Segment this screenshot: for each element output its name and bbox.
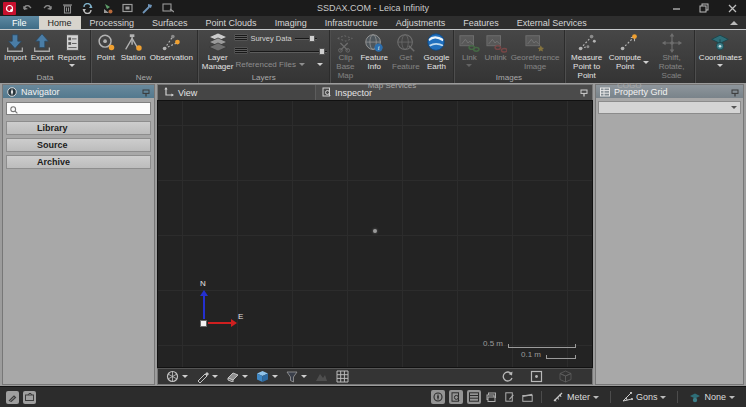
new-station-button[interactable]: Station (119, 31, 148, 63)
redo-icon[interactable] (41, 2, 54, 15)
unlink-image-button[interactable]: Unlink (482, 31, 508, 63)
navigator-section-archive[interactable]: Archive (6, 155, 151, 169)
navigator-section-source[interactable]: Source (6, 138, 151, 152)
new-point-button[interactable]: Point (93, 31, 119, 63)
ribbon-group-layers: Layer Manager Survey Data Referenced Fil… (198, 30, 331, 83)
unlink-image-icon (485, 32, 507, 54)
layers-more-dropdown-icon[interactable] (317, 63, 323, 66)
compute-point-button[interactable]: Compute Point (607, 31, 651, 72)
export-button[interactable]: Export (29, 31, 56, 63)
coordinates-button[interactable]: Coordinates (697, 31, 744, 67)
close-icon[interactable] (726, 3, 738, 14)
georeference-image-icon (524, 32, 546, 54)
new-observation-button[interactable]: Observation (148, 31, 195, 63)
property-object-selector[interactable] (598, 101, 741, 114)
tab-view[interactable]: View (158, 85, 316, 100)
process-icon[interactable] (101, 2, 114, 15)
layer2-opacity-slider[interactable] (250, 47, 327, 55)
reports-icon (62, 32, 82, 54)
toggle-report-button[interactable] (503, 390, 517, 404)
restore-icon[interactable] (698, 3, 710, 14)
link-image-button[interactable]: Link (456, 31, 482, 67)
delete-icon[interactable] (61, 2, 74, 15)
georeference-image-button[interactable]: Georeference Image (509, 31, 562, 72)
clip-base-map-button[interactable]: Clip Base Map (332, 31, 358, 81)
tab-point-clouds[interactable]: Point Clouds (197, 16, 266, 29)
coordinates-icon (708, 32, 732, 54)
google-earth-button[interactable]: Google Earth (422, 31, 452, 72)
tab-surfaces[interactable]: Surfaces (143, 16, 197, 29)
link-dropdown-icon[interactable] (466, 64, 472, 67)
edit-mode-button[interactable] (6, 391, 19, 404)
distance-unit-dropdown-icon (593, 396, 599, 399)
tab-imaging[interactable]: Imaging (266, 16, 316, 29)
layer1-label: Survey Data (250, 34, 291, 43)
camera-icon (25, 393, 34, 401)
tab-home[interactable]: Home (39, 16, 81, 29)
navigator-header[interactable]: Navigator (3, 85, 154, 98)
feature-info-button[interactable]: i Feature Info (358, 31, 390, 72)
snapshot-icon[interactable] (121, 2, 134, 15)
grid-toggle-button[interactable] (334, 369, 351, 384)
tools-icon[interactable] (141, 2, 154, 15)
layer-manager-button[interactable]: Layer Manager (200, 31, 236, 72)
inspector-icon (322, 87, 331, 99)
eraser-tool-button[interactable] (224, 369, 250, 384)
tab-file[interactable]: File (0, 16, 39, 29)
new-window-icon[interactable] (161, 2, 174, 15)
google-earth-icon (425, 32, 447, 54)
tab-processing[interactable]: Processing (81, 16, 144, 29)
tab-external-services[interactable]: External Services (508, 16, 596, 29)
toggle-media-button[interactable] (521, 390, 535, 404)
navigator-panel: Navigator Library Source Archive (2, 84, 155, 385)
3d-navigation-button[interactable] (557, 369, 574, 384)
shift-rotate-scale-button[interactable]: Shift, Rotate, Scale (651, 31, 692, 81)
tab-adjustments[interactable]: Adjustments (387, 16, 455, 29)
property-grid-panel: Property Grid (595, 84, 744, 385)
map-canvas[interactable]: N E 0.5 m 0.1 m (157, 100, 593, 368)
distance-unit-selector[interactable]: Meter (548, 392, 604, 402)
cube-view-button[interactable] (254, 369, 280, 384)
navigator-section-library[interactable]: Library (6, 121, 151, 135)
rotate-reset-icon (501, 370, 514, 383)
toggle-property-grid-button[interactable] (467, 390, 481, 404)
referenced-files-dropdown-icon[interactable] (299, 63, 305, 66)
view-style-button[interactable] (164, 369, 190, 384)
coordinate-system-selector[interactable]: None (684, 392, 740, 403)
sync-icon[interactable] (81, 2, 94, 15)
surface-display-button[interactable] (313, 369, 330, 384)
toggle-navigator-button[interactable] (431, 390, 445, 404)
app-logo-icon[interactable] (3, 2, 16, 15)
reset-rotation-button[interactable] (499, 369, 516, 384)
draw-tool-button[interactable] (194, 369, 220, 384)
angle-unit-selector[interactable]: Gons (617, 392, 672, 402)
compute-point-dropdown-icon[interactable] (643, 61, 649, 64)
layer1-opacity-slider[interactable] (295, 34, 317, 42)
zoom-extents-button[interactable] (528, 369, 545, 384)
group-label-cogo: COGO (567, 81, 692, 91)
import-button[interactable]: Import (2, 31, 29, 63)
toggle-inspector-button[interactable] (449, 390, 463, 404)
property-grid-pin-icon[interactable] (731, 83, 739, 101)
tab-infrastructure[interactable]: Infrastructure (316, 16, 387, 29)
ribbon-group-images: Link Unlink Georeference Image Images (454, 30, 564, 83)
collapse-ribbon-icon[interactable] (730, 16, 738, 29)
coordinates-dropdown-icon[interactable] (717, 64, 723, 67)
minimize-icon[interactable] (670, 3, 682, 14)
app-window: SSDAX.COM - Leica Infinity File Home Pro… (0, 0, 746, 407)
referenced-files-button[interactable]: Referenced Files (235, 60, 295, 69)
toggle-layers-button[interactable] (485, 390, 499, 404)
layer-lines-icon (235, 35, 247, 42)
navigator-pin-icon[interactable] (142, 83, 150, 101)
search-input[interactable] (21, 104, 147, 114)
filter-button[interactable] (284, 369, 309, 384)
snapshot-mode-button[interactable] (23, 391, 36, 404)
tab-features[interactable]: Features (454, 16, 508, 29)
undo-icon[interactable] (21, 2, 34, 15)
reports-button[interactable]: Reports (56, 31, 88, 67)
reports-dropdown-icon[interactable] (69, 64, 75, 67)
view-toolbar (157, 368, 593, 385)
get-feature-button[interactable]: Get Feature (390, 31, 422, 72)
measure-point-to-point-button[interactable]: Measure Point to Point (567, 31, 607, 81)
navigator-search[interactable] (6, 102, 151, 115)
